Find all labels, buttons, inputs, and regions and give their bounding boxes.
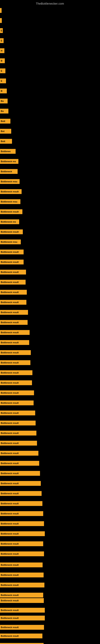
bar-label-14: Bott: [1, 140, 5, 142]
bar-item-19: Bottleneck result: [0, 189, 22, 194]
bar-label-8: E: [1, 80, 2, 82]
site-title: TheBottlenecker.com: [0, 1, 100, 6]
bar-item-42: Bottleneck result: [0, 420, 36, 426]
bar-item-22: Bottleneck res: [0, 219, 19, 224]
bar-label-30: Bottleneck result: [1, 301, 19, 304]
bar-label-10: Bo: [1, 100, 4, 102]
bar-label-60: Bottleneck result: [1, 599, 19, 602]
bar-item-34: Bottleneck result: [0, 340, 29, 345]
bar-item-32: Bottleneck result: [0, 320, 28, 325]
bar-label-34: Bottleneck result: [1, 341, 19, 344]
bar-label-43: Bottleneck result: [1, 432, 19, 434]
bar-label-50: Bottleneck result: [1, 502, 19, 505]
bar-item-18: Bottleneck resu: [0, 179, 20, 184]
bar-item-5: H: [0, 48, 4, 53]
bar-label-28: Bottleneck result: [1, 281, 19, 283]
bar-item-9: B: [0, 88, 7, 94]
bar-item-3: E: [0, 28, 3, 33]
bar-item-40: Bottleneck result: [0, 400, 34, 405]
bar-label-18: Bottleneck resu: [1, 180, 17, 183]
bar-item-49: Bottleneck result: [0, 491, 42, 496]
bar-item-38: Bottleneck result: [0, 380, 32, 385]
bar-item-31: Bottleneck result: [0, 310, 28, 315]
bar-label-31: Bottleneck result: [1, 311, 19, 314]
bar-label-27: Bottleneck result: [1, 271, 19, 273]
bar-item-26: Bottleneck result: [0, 260, 24, 264]
bar-label-42: Bottleneck result: [1, 422, 19, 424]
bar-item-45: Bottleneck result: [0, 451, 38, 456]
bar-item-14: Bott: [0, 139, 12, 144]
bar-label-56: Bottleneck result: [1, 564, 19, 566]
bar-item-55: Bottleneck result: [0, 552, 44, 556]
bar-label-7: E: [1, 70, 2, 72]
bar-item-62: Bottleneck result: [0, 616, 45, 620]
bar-item-16: Bottleneck res: [0, 159, 18, 164]
bar-item-8: E: [0, 78, 6, 83]
bar-label-58: Bottleneck result: [1, 584, 19, 586]
bar-item-20: Bottleneck resu: [0, 199, 20, 204]
bar-item-35: Bottleneck result: [0, 350, 31, 355]
bar-item-46: Bottleneck result: [0, 461, 39, 466]
bar-item-47: Bottleneck result: [0, 471, 40, 476]
bar-label-47: Bottleneck result: [1, 472, 19, 474]
bar-item-61: Bottleneck result: [0, 608, 45, 612]
bar-label-19: Bottleneck result: [1, 190, 19, 193]
bar-label-44: Bottleneck result: [1, 442, 19, 444]
bar-item-25: Bottleneck result: [0, 250, 24, 254]
bar-label-64: Bottleneck result: [1, 635, 19, 637]
bar-label-41: Bottleneck result: [1, 412, 19, 414]
bar-item-60: Bottleneck result: [0, 598, 44, 603]
bar-label-24: Bottleneck resu: [1, 241, 17, 243]
bar-item-33: Bottleneck result: [0, 330, 30, 335]
bar-item-51: Bottleneck result: [0, 511, 43, 516]
bar-label-57: Bottleneck result: [1, 574, 19, 576]
bar-item-4: E: [0, 38, 3, 43]
bar-item-43: Bottleneck result: [0, 431, 36, 436]
bar-label-20: Bottleneck resu: [1, 200, 17, 203]
bar-label-33: Bottleneck result: [1, 331, 19, 334]
bar-item-13: Bot: [0, 129, 11, 134]
bar-label-16: Bottleneck res: [1, 160, 16, 162]
bar-label-39: Bottleneck result: [1, 392, 19, 394]
bar-item-28: Bottleneck result: [0, 280, 26, 284]
chart-container: TheBottlenecker.com EEHBEEBBoBoBottBotBo…: [0, 0, 100, 644]
bar-label-22: Bottleneck res: [1, 220, 16, 223]
bar-item-41: Bottleneck result: [0, 410, 35, 416]
bar-item-64: Bottleneck result: [0, 634, 42, 638]
bar-label-49: Bottleneck result: [1, 492, 19, 495]
bar-item-65: Bottleneck result: [0, 643, 44, 644]
bar-item-50: Bottleneck result: [0, 501, 42, 506]
bar-label-38: Bottleneck result: [1, 382, 19, 384]
bar-label-55: Bottleneck result: [1, 553, 19, 555]
bar-item-2: [0, 18, 2, 23]
bar-label-53: Bottleneck result: [1, 532, 19, 535]
bar-label-59: Bottleneck result: [1, 594, 19, 596]
bar-item-27: Bottleneck result: [0, 270, 26, 274]
bar-label-36: Bottleneck result: [1, 362, 19, 364]
bar-label-17: Bottleneck: [1, 170, 12, 173]
bar-label-9: B: [1, 90, 2, 92]
bar-item-23: Bottleneck result: [0, 230, 23, 234]
bar-label-37: Bottleneck result: [1, 372, 19, 374]
bar-item-12: Bott: [0, 119, 10, 124]
bar-item-56: Bottleneck result: [0, 562, 43, 567]
bar-item-44: Bottleneck result: [0, 441, 37, 446]
bar-item-57: Bottleneck result: [0, 572, 44, 578]
bar-label-12: Bott: [1, 120, 5, 122]
bar-label-52: Bottleneck result: [1, 522, 19, 525]
bar-label-45: Bottleneck result: [1, 452, 19, 454]
bar-item-37: Bottleneck result: [0, 370, 32, 375]
bar-item-11: Bo: [0, 109, 8, 114]
bar-item-1: [0, 8, 1, 13]
bar-item-54: Bottleneck result: [0, 541, 43, 546]
bar-item-52: Bottleneck result: [0, 521, 44, 526]
bar-label-54: Bottleneck result: [1, 542, 19, 545]
bar-item-24: Bottleneck resu: [0, 240, 21, 244]
bar-item-63: Bottleneck result: [0, 625, 44, 630]
bar-label-32: Bottleneck result: [1, 321, 19, 324]
bar-item-21: Bottleneck result: [0, 209, 22, 214]
bar-item-10: Bo: [0, 98, 8, 104]
bar-item-36: Bottleneck result: [0, 360, 30, 365]
bar-item-39: Bottleneck result: [0, 390, 34, 395]
bar-label-61: Bottleneck result: [1, 609, 19, 612]
